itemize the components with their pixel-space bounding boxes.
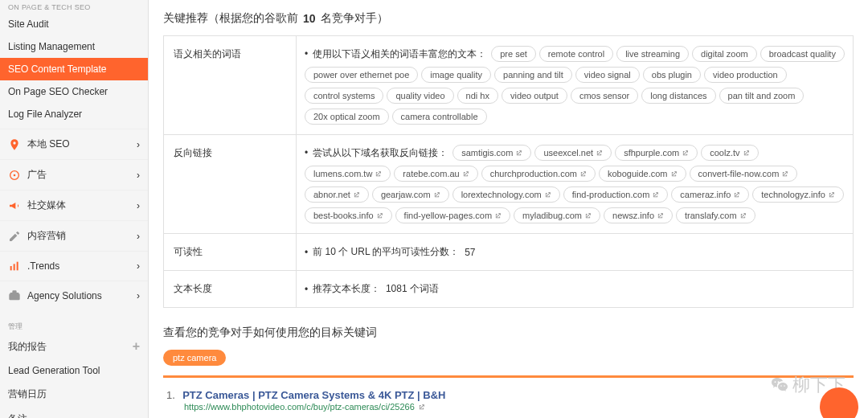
sidebar-category-label: 本地 SEO	[27, 137, 70, 151]
competitor-link[interactable]: PTZ Cameras | PTZ Camera Systems & 4K PT…	[182, 389, 445, 401]
keyword-pill[interactable]: control systems	[305, 88, 383, 104]
sidebar-item-label: 备注	[8, 412, 140, 418]
keyword-pill[interactable]: gearjaw.com	[372, 186, 449, 203]
competitor-list: 1. PTZ Cameras | PTZ Camera Systems & 4K…	[163, 375, 854, 418]
chevron-right-icon: ›	[137, 260, 140, 272]
keyword-pill[interactable]: sfhpurple.com	[615, 145, 698, 161]
keyword-pill[interactable]: coolz.tv	[701, 145, 758, 161]
keyword-pill[interactable]: churchproduction.com	[481, 166, 596, 182]
sidebar-category-content[interactable]: 内容营销 ›	[0, 220, 148, 251]
keyword-pill[interactable]: koboguide.com	[599, 166, 686, 182]
keyword-pill[interactable]: panning and tilt	[494, 67, 572, 83]
bars-icon	[8, 260, 21, 273]
sidebar-item-listing-management[interactable]: Listing Management	[0, 35, 148, 58]
sidebar-item-seo-content-template[interactable]: SEO Content Template	[0, 58, 148, 80]
keyword-pill[interactable]: pre set	[491, 46, 536, 62]
svg-rect-3	[14, 264, 15, 270]
keyword-pill[interactable]: abnor.net	[305, 186, 369, 203]
sidebar-item-my-reports[interactable]: 我的报告+	[0, 334, 148, 359]
sidebar-item-label: On Page SEO Checker	[8, 86, 140, 97]
sidebar-category-local-seo[interactable]: 本地 SEO ›	[0, 129, 148, 159]
sidebar-category-label: .Trends	[27, 260, 59, 272]
rec-content-backlinks: •尝试从以下域名获取反向链接： samtigis.comuseexcel.net…	[297, 135, 853, 233]
sidebar-category-label: Agency Solutions	[27, 290, 102, 301]
keyword-pill[interactable]: pan tilt and zoom	[719, 88, 805, 104]
keyword-pill[interactable]: convert-file-now.com	[690, 166, 798, 182]
rec-content-length: •推荐文本长度： 1081 个词语	[297, 271, 853, 307]
chevron-right-icon: ›	[137, 231, 140, 242]
keyword-pill[interactable]: find-production.com	[563, 186, 669, 203]
sidebar-item-notes[interactable]: 备注	[0, 407, 148, 418]
competitor-url[interactable]: https://www.bhphotovideo.com/c/buy/ptz-c…	[184, 402, 850, 412]
pencil-icon	[8, 230, 21, 243]
keyword-pill[interactable]: lumens.com.tw	[305, 166, 391, 182]
keyword-pill[interactable]: ndi hx	[457, 88, 498, 104]
keyword-pill[interactable]: myladibug.com	[514, 207, 600, 223]
keyword-pill[interactable]: video production	[704, 67, 787, 83]
keyword-pill[interactable]: long distances	[641, 88, 715, 104]
keyword-pill[interactable]: useexcel.net	[534, 145, 612, 161]
keyword-pill[interactable]: newsz.info	[604, 207, 673, 223]
sidebar: ON PAGE & TECH SEO Site Audit Listing Ma…	[0, 0, 149, 418]
keyword-pill[interactable]: 20x optical zoom	[305, 109, 389, 125]
keyword-pill[interactable]: quality video	[387, 88, 453, 104]
svg-rect-4	[17, 262, 18, 271]
rec-row-backlinks: 反向链接 •尝试从以下域名获取反向链接： samtigis.comuseexce…	[164, 135, 853, 234]
sidebar-section-title-manage: 管理	[0, 318, 148, 334]
sidebar-item-onpage-seo-checker[interactable]: On Page SEO Checker	[0, 80, 148, 103]
keyword-pill[interactable]: cameraz.info	[671, 186, 749, 203]
keyword-pill[interactable]: samtigis.com	[452, 145, 531, 161]
keyword-pill[interactable]: remote control	[539, 46, 613, 62]
sidebar-item-lead-gen[interactable]: Lead Generation Tool	[0, 359, 148, 382]
competitor-number: 1.	[166, 389, 175, 401]
keyword-pill[interactable]: best-books.info	[305, 207, 392, 223]
sidebar-item-label: Lead Generation Tool	[8, 365, 140, 376]
keyword-pill[interactable]: cmos sensor	[571, 88, 638, 104]
chevron-right-icon: ›	[137, 170, 140, 181]
keyword-pill[interactable]: obs plugin	[643, 67, 701, 83]
rec-row-semantic: 语义相关的词语 •使用以下语义相关的词语丰富您的文本： pre setremot…	[164, 36, 853, 135]
keyword-pill[interactable]: technologyz.info	[752, 186, 844, 203]
keyword-pill[interactable]: video signal	[575, 67, 640, 83]
sidebar-category-ads[interactable]: 广告 ›	[0, 159, 148, 190]
sidebar-item-marketing-calendar[interactable]: 营销日历	[0, 382, 148, 407]
main-content: 关键推荐（根据您的谷歌前 10 名竞争对手） 语义相关的词语 •使用以下语义相关…	[149, 0, 868, 418]
sidebar-category-label: 内容营销	[27, 229, 66, 243]
sidebar-item-label: Log File Analyzer	[8, 109, 140, 120]
keyword-pill[interactable]: find-yellow-pages.com	[395, 207, 510, 223]
sidebar-category-label: 社交媒体	[27, 199, 66, 212]
rec-row-readability: 可读性 •前 10 个 URL 的平均可读性分数： 57	[164, 234, 853, 271]
keyword-pill[interactable]: live streaming	[616, 46, 689, 62]
chevron-right-icon: ›	[137, 290, 140, 301]
rec-content-semantic: •使用以下语义相关的词语丰富您的文本： pre setremote contro…	[297, 36, 853, 134]
rec-label-backlinks: 反向链接	[164, 135, 297, 233]
keyword-pill[interactable]: power over ethernet poe	[305, 67, 418, 83]
rec-content-readability: •前 10 个 URL 的平均可读性分数： 57	[297, 234, 853, 270]
keyword-pill[interactable]: video output	[502, 88, 567, 104]
keyword-pill[interactable]: digital zoom	[692, 46, 757, 62]
rec-row-length: 文本长度 •推荐文本长度： 1081 个词语	[164, 271, 853, 307]
keyword-pill[interactable]: ratebe.com.au	[394, 166, 477, 182]
keyword-pill[interactable]: image quality	[421, 67, 491, 83]
keyword-pill[interactable]: camera controllable	[392, 109, 487, 125]
rec-label-readability: 可读性	[164, 234, 297, 270]
sidebar-category-label: 广告	[27, 168, 47, 182]
sidebar-category-agency[interactable]: Agency Solutions ›	[0, 281, 148, 310]
competitors-title: 查看您的竞争对手如何使用您的目标关键词	[163, 326, 854, 340]
briefcase-icon	[8, 289, 21, 302]
sidebar-category-trends[interactable]: .Trends ›	[0, 251, 148, 281]
sidebar-item-label: 营销日历	[8, 387, 140, 401]
sidebar-item-log-file-analyzer[interactable]: Log File Analyzer	[0, 103, 148, 125]
sidebar-item-label: 我的报告	[8, 340, 133, 354]
sidebar-item-site-audit[interactable]: Site Audit	[0, 13, 148, 35]
external-link-icon	[418, 404, 425, 411]
keyword-pill[interactable]: lorextechnology.com	[452, 186, 560, 203]
svg-point-1	[14, 174, 16, 176]
rec-label-semantic: 语义相关的词语	[164, 36, 297, 134]
keyword-tag[interactable]: ptz camera	[163, 350, 226, 366]
sidebar-section-title: ON PAGE & TECH SEO	[0, 0, 148, 13]
keyword-pill[interactable]: translafy.com	[676, 207, 755, 223]
location-pin-icon	[8, 138, 21, 151]
sidebar-category-social[interactable]: 社交媒体 ›	[0, 190, 148, 220]
keyword-pill[interactable]: broadcast quality	[760, 46, 845, 62]
